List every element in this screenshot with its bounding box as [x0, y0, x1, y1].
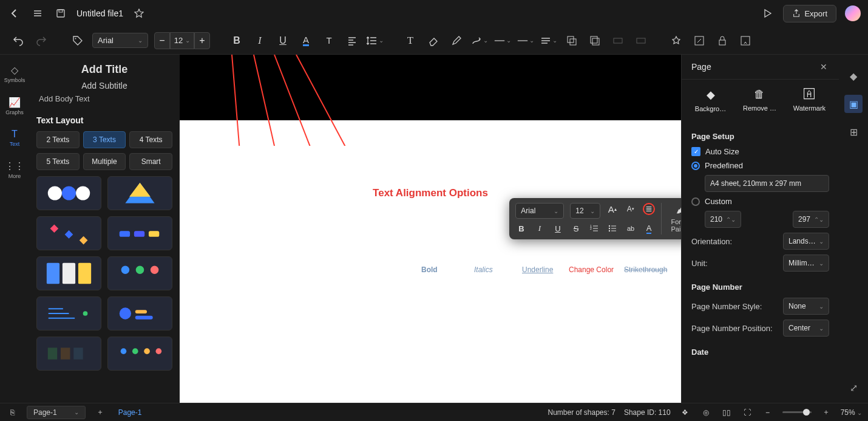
book-icon[interactable]: ▯▯: [721, 408, 733, 417]
connector-icon[interactable]: ⌄: [471, 32, 488, 49]
rail-symbols[interactable]: ◇Symbols: [4, 62, 25, 86]
rail-more[interactable]: ⋮⋮More: [4, 158, 25, 182]
edit-icon[interactable]: [691, 32, 708, 49]
close-icon[interactable]: ✕: [818, 62, 829, 72]
predefined-row[interactable]: Predefined: [691, 161, 829, 170]
add-body-text-button[interactable]: Add Body Text: [36, 94, 172, 103]
background-tab[interactable]: ◆Backgro…: [695, 88, 726, 112]
float-font-select[interactable]: Arial⌄: [515, 203, 564, 219]
remove-tab[interactable]: 🗑Remove …: [743, 88, 776, 112]
play-icon[interactable]: [760, 6, 775, 21]
float-bold-icon[interactable]: B: [515, 222, 527, 234]
user-avatar[interactable]: [845, 5, 861, 21]
export-button[interactable]: Export: [783, 5, 836, 22]
effects-icon[interactable]: [668, 32, 685, 49]
undo-icon[interactable]: [10, 32, 27, 49]
predefined-radio[interactable]: [691, 162, 700, 170]
sample-change-color[interactable]: Change Color: [569, 265, 614, 274]
chip-multiple[interactable]: Multiple: [83, 153, 126, 170]
chip-4-texts[interactable]: 4 Texts: [129, 131, 172, 148]
float-font-color-icon[interactable]: A: [643, 222, 655, 234]
add-title-button[interactable]: Add Title: [36, 63, 172, 76]
right-rail-expand[interactable]: ⤢: [844, 378, 863, 397]
back-button[interactable]: [7, 6, 22, 21]
page-tab-dropdown[interactable]: Page-1⌄: [27, 406, 86, 419]
layers-icon[interactable]: ❖: [679, 408, 691, 417]
layout-thumb[interactable]: [36, 337, 101, 371]
pen-icon[interactable]: [448, 32, 465, 49]
float-wrap-icon[interactable]: ab: [625, 222, 637, 234]
right-rail-grid[interactable]: ⊞: [844, 123, 863, 141]
line-spacing-icon[interactable]: ⌄: [367, 32, 384, 49]
layout-thumb[interactable]: [36, 296, 101, 330]
font-increase-icon[interactable]: A▴: [606, 203, 619, 215]
star-icon[interactable]: [132, 6, 146, 21]
menu-icon[interactable]: [30, 6, 45, 21]
zoom-out-button[interactable]: −: [762, 408, 774, 417]
align-icon[interactable]: [344, 32, 361, 49]
text-tool-icon[interactable]: T: [402, 32, 419, 49]
layout-thumb[interactable]: [36, 256, 101, 290]
line-end-icon[interactable]: ⌄: [540, 32, 557, 49]
zoom-in-button[interactable]: ＋: [820, 407, 832, 417]
bold-icon[interactable]: B: [228, 32, 245, 49]
container-icon[interactable]: [737, 32, 754, 49]
overlap-icon[interactable]: [586, 32, 603, 49]
fullscreen-icon[interactable]: ⛶: [741, 408, 753, 417]
font-size-decrease-button[interactable]: −: [154, 32, 170, 49]
redo-icon[interactable]: [33, 32, 50, 49]
eraser-icon[interactable]: [425, 32, 442, 49]
sample-italics[interactable]: Italics: [474, 265, 493, 274]
float-italic-icon[interactable]: I: [534, 222, 546, 234]
layout-thumb[interactable]: [107, 296, 172, 330]
layout-thumb[interactable]: [107, 176, 172, 210]
auto-size-checkbox[interactable]: ✓: [691, 147, 700, 156]
document-title[interactable]: Untitled file1: [76, 9, 123, 18]
line-style-icon[interactable]: ⌄: [494, 32, 511, 49]
layout-thumb[interactable]: [36, 176, 101, 210]
sample-underline[interactable]: Underline: [522, 265, 553, 274]
italic-icon[interactable]: I: [251, 32, 268, 49]
lock-icon[interactable]: [714, 32, 731, 49]
layout-thumb[interactable]: [36, 216, 101, 250]
rail-graphs[interactable]: 📈Graphs: [4, 94, 25, 118]
unit-select[interactable]: Millim…⌄: [783, 255, 829, 272]
text-transform-icon[interactable]: T: [320, 32, 337, 49]
format-painter-button[interactable]: 🖌 Format Painter: [667, 203, 681, 234]
group-icon[interactable]: [609, 32, 626, 49]
orientation-select[interactable]: Lands…⌄: [783, 233, 829, 250]
width-input[interactable]: 210⌃⌄: [705, 211, 741, 228]
chip-3-texts[interactable]: 3 Texts: [83, 131, 126, 148]
zoom-slider[interactable]: [782, 411, 812, 413]
save-icon[interactable]: [53, 6, 68, 21]
font-size-input[interactable]: 12⌄: [170, 32, 194, 49]
font-color-icon[interactable]: A: [297, 32, 314, 49]
active-page-tab[interactable]: Page-1: [115, 406, 146, 419]
pages-icon[interactable]: ⎘: [6, 408, 18, 417]
float-underline-icon[interactable]: U: [552, 222, 564, 234]
layer-icon[interactable]: [563, 32, 580, 49]
focus-icon[interactable]: ◎: [700, 408, 712, 417]
watermark-tab[interactable]: 🄰Watermark: [793, 88, 826, 112]
sample-bold[interactable]: Bold: [421, 265, 438, 274]
float-strikethrough-icon[interactable]: S: [570, 222, 582, 234]
font-decrease-icon[interactable]: A▾: [625, 203, 637, 215]
float-align-icon[interactable]: [643, 203, 655, 215]
chip-5-texts[interactable]: 5 Texts: [36, 153, 80, 170]
chip-smart[interactable]: Smart: [129, 153, 172, 170]
right-rail-theme[interactable]: ◆: [844, 67, 863, 85]
add-subtitle-button[interactable]: Add Subtitle: [36, 81, 172, 91]
float-size-select[interactable]: 12⌄: [570, 203, 600, 219]
add-page-button[interactable]: ＋: [94, 407, 106, 417]
canvas-page[interactable]: [180, 120, 681, 403]
page-number-style-select[interactable]: None⌄: [783, 298, 829, 315]
height-input[interactable]: 297⌃⌄: [793, 211, 829, 228]
layout-thumb[interactable]: [107, 216, 172, 250]
custom-radio[interactable]: [691, 197, 700, 206]
sample-strikethrough[interactable]: Strikethrough: [624, 265, 667, 274]
rail-text[interactable]: TText: [4, 126, 25, 149]
font-size-increase-button[interactable]: +: [194, 32, 210, 49]
ungroup-icon[interactable]: [632, 32, 649, 49]
layout-thumb[interactable]: [107, 256, 172, 290]
tag-icon[interactable]: [69, 32, 86, 49]
